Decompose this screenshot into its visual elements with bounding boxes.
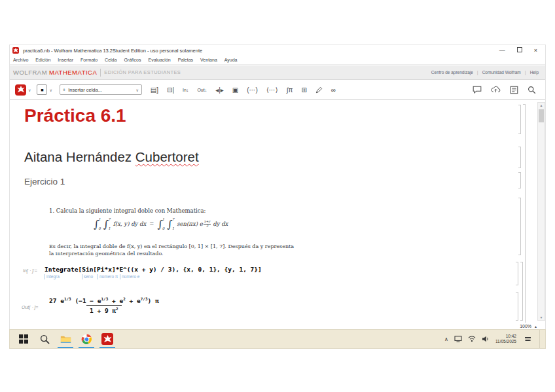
system-tray: ∧ 10:42 11/05/2025 [444, 330, 545, 348]
clock-time: 10:42 [506, 334, 516, 340]
insert-cell-label: Insertar celda... [68, 87, 102, 93]
drawing-tools-button[interactable] [315, 86, 323, 94]
volume-tray-icon[interactable] [482, 333, 490, 345]
restore-button[interactable] [517, 47, 522, 54]
brand-divider [100, 69, 101, 77]
rhs-integrand: sen(πx) e [177, 221, 203, 227]
chevron-down-icon[interactable]: ∨ [28, 88, 31, 92]
outer-integral: ∫ 10 [94, 217, 102, 231]
cell-bracket-author[interactable] [518, 147, 521, 168]
cell-bracket-problem[interactable] [518, 198, 521, 255]
feedback-button[interactable] [473, 86, 482, 94]
code-caption-e: número e [120, 274, 139, 279]
math-typesetting-button[interactable]: ∫π [287, 86, 293, 94]
scrollbar-thumb[interactable] [539, 109, 544, 122]
insert-cell-dropdown[interactable]: + Insertar celda... ∨ [60, 84, 142, 95]
cell-style-button[interactable]: ▤] [151, 86, 158, 94]
copy-input-button[interactable]: In↓ [183, 88, 188, 92]
mathematica-window: practica6.nb - Wolfram Mathematica 13.2S… [9, 45, 546, 329]
wolfram-community-link[interactable]: Comunidad Wolfram [482, 70, 521, 75]
chevron-down-icon[interactable]: ∨ [49, 88, 52, 92]
differentials: dy dx [213, 221, 228, 227]
stop-icon: ■ [41, 88, 43, 92]
cell-bracket-output[interactable] [516, 292, 518, 321]
equals-sign: = [149, 221, 154, 227]
magnification-value[interactable]: 100% [520, 324, 531, 329]
inline-cell-button[interactable]: (⋯) [247, 86, 258, 94]
search-icon[interactable] [528, 86, 536, 94]
windows-taskbar: ∧ 10:42 11/05/2025 [9, 329, 546, 349]
input-code[interactable]: Integrate[Sin[Pi*x]*E^((x + y) / 3), {x,… [45, 266, 262, 273]
display-formula-button[interactable]: ⟨⋯⟩ [266, 86, 278, 94]
problem-note: Es decir, la integral doble de f(x, y) e… [49, 243, 311, 257]
toolbar: ∨ ■ ∨ + Insertar celda... ∨ ▤] ⊟| In↓ Ou… [10, 80, 545, 100]
tray-overflow-chevron[interactable]: ∧ [444, 336, 448, 342]
title-bar[interactable]: practica6.nb - Wolfram Mathematica 13.2S… [10, 45, 545, 56]
matrix-button[interactable]: ⊞ [301, 86, 306, 94]
cell-frame-button[interactable]: ▣ [232, 86, 238, 94]
scroll-down-icon[interactable]: ▼ [540, 315, 543, 320]
menu-ayuda[interactable]: Ayuda [224, 58, 238, 62]
brand-bar: WOLFRAM MATHEMATICA EDICIÓN PARA ESTUDIA… [10, 65, 545, 80]
magnification-menu-icon[interactable]: ▲ [534, 325, 537, 329]
taskbar-clock[interactable]: 10:42 11/05/2025 [495, 334, 516, 345]
problem-statement: 1. Calcula la siguiente integral doble c… [49, 207, 206, 214]
menu-edicion[interactable]: Edición [35, 58, 50, 62]
inner-integral: ∫ 71 [103, 217, 112, 231]
lower-limit: 0 [162, 226, 165, 230]
menu-formato[interactable]: Formato [81, 58, 98, 62]
windows-ink-icon[interactable] [522, 337, 533, 340]
taskbar-search-button[interactable] [36, 330, 53, 348]
abort-evaluation-button[interactable]: ■ [37, 84, 47, 95]
notebook-title[interactable]: Práctica 6.1 [24, 105, 126, 126]
network-tray-icon[interactable] [468, 333, 476, 345]
evaluate-spikey-button[interactable] [15, 84, 26, 96]
outer-integral: ∫ 10 [157, 217, 166, 231]
in-label: In[ ⋅ ]:= [23, 268, 37, 274]
menu-graficos[interactable]: Gráficos [124, 58, 141, 62]
show-desktop-button[interactable] [539, 330, 543, 348]
cell-bracket-section[interactable] [518, 172, 521, 188]
menu-evaluacion[interactable]: Evaluación [148, 58, 170, 62]
section-heading[interactable]: Ejercicio 1 [24, 177, 65, 187]
file-explorer-button[interactable] [57, 330, 74, 348]
justify-cells-button[interactable]: ◂|▸ [215, 86, 224, 94]
minimize-button[interactable]: — [499, 47, 505, 54]
desktop-screenshot: practica6.nb - Wolfram Mathematica 13.2S… [0, 0, 555, 392]
exponent-denominator: 3 [206, 224, 208, 228]
code-caption-integrate: integra [45, 274, 60, 279]
output-numerator: 27 e1/3 (−1 − e1/3 + e2 + e7/3) π [46, 296, 162, 305]
output-expression[interactable]: 27 e1/3 (−1 − e1/3 + e2 + e7/3) π 1 + 9 … [46, 296, 162, 314]
lower-limit: 0 [98, 226, 101, 230]
author-name-text: Aitana Hernández [24, 149, 135, 164]
close-button[interactable]: × [534, 47, 537, 54]
cell-bracket-input[interactable] [516, 262, 518, 285]
menu-insertar[interactable]: Insertar [58, 58, 73, 62]
copy-output-button[interactable]: Out↓ [197, 88, 207, 92]
help-link[interactable]: Help [530, 70, 539, 75]
link-divider: | [477, 70, 478, 75]
display-tray-icon[interactable] [454, 333, 462, 345]
group-cells-button[interactable]: ⊟| [167, 86, 174, 94]
scroll-up-icon[interactable]: ▲ [540, 103, 543, 108]
cloud-publish-button[interactable] [491, 86, 501, 94]
cell-bracket-title[interactable] [518, 105, 521, 134]
chrome-button[interactable] [78, 330, 95, 348]
menu-paletas[interactable]: Paletas [178, 58, 193, 62]
hyperlink-button[interactable]: ∞ [331, 86, 336, 94]
out-label: Out[ ⋅ ]= [22, 305, 38, 310]
documentation-button[interactable] [510, 86, 518, 94]
learning-center-link[interactable]: Centro de aprendizaje [431, 70, 473, 75]
cell-bracket-inout-group[interactable] [520, 262, 523, 321]
chevron-down-icon: ∨ [135, 88, 138, 92]
notebook-document[interactable]: Práctica 6.1 Aitana Hernández Cubertoret… [10, 100, 545, 323]
window-title: practica6.nb - Wolfram Mathematica 13.2S… [23, 48, 202, 54]
menu-celda[interactable]: Celda [105, 58, 116, 62]
menu-ventana[interactable]: Ventana [200, 58, 217, 62]
menu-archivo[interactable]: Archivo [13, 58, 28, 62]
start-button[interactable] [15, 330, 32, 348]
mathematica-taskbar-button[interactable] [99, 330, 116, 348]
cell-bracket-group-all[interactable] [523, 104, 526, 323]
author-name[interactable]: Aitana Hernández Cubertoret [24, 149, 199, 165]
vertical-scrollbar[interactable]: ▲ ▼ [537, 102, 545, 321]
